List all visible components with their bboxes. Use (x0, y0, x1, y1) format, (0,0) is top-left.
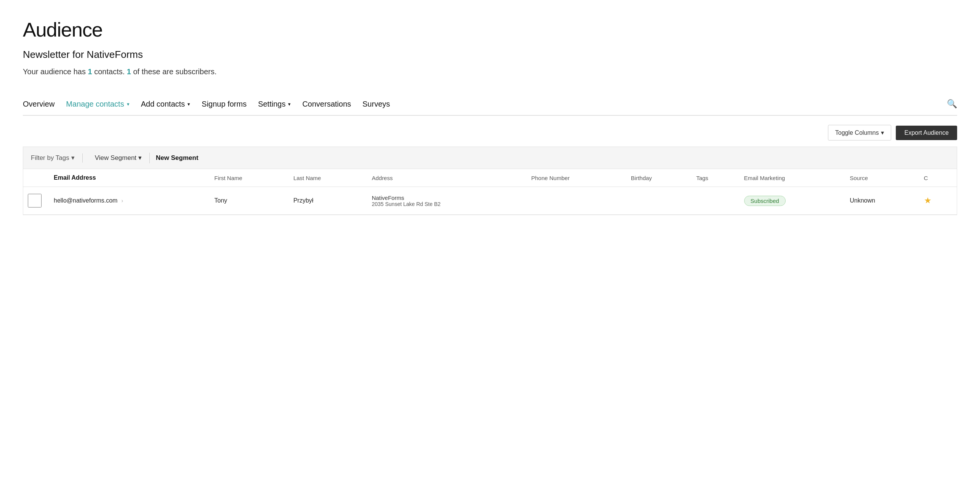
toggle-columns-button[interactable]: Toggle Columns ▾ (828, 125, 892, 140)
row-birthday-cell (625, 187, 690, 215)
source-header: Source (844, 169, 918, 187)
phone-number-header: Phone Number (525, 169, 625, 187)
export-audience-button[interactable]: Export Audience (896, 126, 957, 140)
nav-item-overview[interactable]: Overview (23, 95, 63, 115)
tags-header: Tags (690, 169, 738, 187)
chevron-down-icon: ▾ (187, 101, 190, 107)
nav-bar: Overview Manage contacts ▾ Add contacts … (23, 94, 957, 116)
row-checkbox-cell[interactable] (23, 187, 48, 215)
first-name-header: First Name (208, 169, 287, 187)
star-icon: ★ (924, 196, 932, 205)
row-tags-cell (690, 187, 738, 215)
chevron-down-icon: ▾ (881, 129, 884, 136)
summary-middle: contacts. (94, 67, 127, 76)
checkbox-header (23, 169, 48, 187)
address-line1: NativeForms (372, 195, 519, 201)
email-address-header: Email Address (48, 169, 208, 187)
row-source-cell: Unknown (844, 187, 918, 215)
contacts-table: Email Address First Name Last Name Addre… (23, 169, 957, 215)
nav-item-surveys[interactable]: Surveys (362, 95, 398, 115)
nav-item-signup-forms[interactable]: Signup forms (202, 95, 255, 115)
filter-divider (82, 153, 83, 163)
row-phone-cell (525, 187, 625, 215)
chevron-down-icon: ▾ (288, 101, 291, 107)
email-value: hello@nativeforms.com (54, 197, 117, 204)
contacts-count: 1 (88, 67, 92, 76)
nav-item-settings[interactable]: Settings ▾ (258, 95, 299, 115)
nav-item-add-contacts[interactable]: Add contacts ▾ (141, 95, 199, 115)
summary-prefix: Your audience has (23, 67, 88, 76)
birthday-header: Birthday (625, 169, 690, 187)
search-icon[interactable]: 🔍 (941, 94, 957, 115)
filter-by-tags-button[interactable]: Filter by Tags ▾ (31, 152, 81, 163)
page-title: Audience (23, 18, 957, 41)
row-email-cell[interactable]: hello@nativeforms.com › (48, 187, 208, 215)
email-marketing-header: Email Marketing (738, 169, 844, 187)
chevron-right-icon: › (121, 198, 123, 204)
address-header: Address (366, 169, 525, 187)
table-header-row: Email Address First Name Last Name Addre… (23, 169, 957, 187)
audience-summary: Your audience has 1 contacts. 1 of these… (23, 67, 957, 76)
row-address-cell: NativeForms 2035 Sunset Lake Rd Ste B2 (366, 187, 525, 215)
view-segment-button[interactable]: View Segment ▾ (89, 152, 148, 163)
row-first-name-cell: Tony (208, 187, 287, 215)
table-row: hello@nativeforms.com › Tony Przybył Nat… (23, 187, 957, 215)
row-star-cell: ★ (918, 187, 957, 215)
address-line2: 2035 Sunset Lake Rd Ste B2 (372, 201, 519, 207)
extra-header: C (918, 169, 957, 187)
subscribers-count: 1 (127, 67, 131, 76)
chevron-down-icon: ▾ (138, 154, 142, 162)
chevron-down-icon: ▾ (71, 154, 75, 162)
new-segment-button[interactable]: New Segment (149, 153, 204, 163)
toolbar: Toggle Columns ▾ Export Audience (23, 116, 957, 147)
row-checkbox[interactable] (28, 194, 42, 207)
summary-suffix: of these are subscribers. (133, 67, 217, 76)
row-last-name-cell: Przybył (287, 187, 366, 215)
subscribed-badge: Subscribed (744, 196, 786, 206)
nav-item-conversations[interactable]: Conversations (302, 95, 359, 115)
contacts-table-container: Email Address First Name Last Name Addre… (23, 169, 957, 215)
filter-bar: Filter by Tags ▾ View Segment ▾ New Segm… (23, 147, 957, 169)
chevron-down-icon: ▾ (127, 101, 130, 107)
page-subtitle: Newsletter for NativeForms (23, 49, 957, 61)
row-email-marketing-cell: Subscribed (738, 187, 844, 215)
nav-item-manage-contacts[interactable]: Manage contacts ▾ (66, 95, 138, 115)
last-name-header: Last Name (287, 169, 366, 187)
